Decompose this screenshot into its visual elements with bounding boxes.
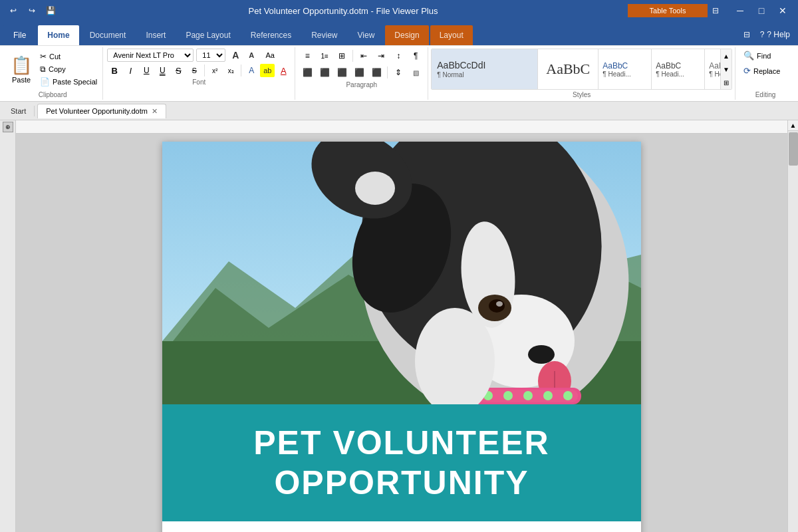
double-strikethrough-button[interactable]: S (187, 64, 201, 77)
help-button[interactable]: ? ? Help (755, 29, 795, 41)
align-left-button[interactable]: ⬛ (299, 65, 315, 80)
line-spacing-button[interactable]: ⇕ (390, 65, 406, 80)
increase-indent-button[interactable]: ⇥ (373, 49, 389, 63)
minimize-button[interactable]: ─ (730, 1, 750, 20)
copy-button[interactable]: ⧉ Copy (37, 63, 100, 75)
font-color-button[interactable]: A (276, 64, 291, 77)
document-tab[interactable]: Pet Volunteer Opportunity.dotm ✕ (37, 104, 166, 118)
find-button[interactable]: 🔍 Find (739, 49, 791, 63)
font-grow-button[interactable]: A (228, 49, 243, 62)
find-group-label: Editing (739, 91, 791, 98)
redo-button[interactable]: ↪ (24, 3, 40, 19)
style-normal-item[interactable]: AaBbCcDdI ¶ Normal (432, 49, 538, 89)
svg-point-20 (523, 391, 533, 400)
aa-button-area: Aa (263, 49, 277, 62)
cut-button[interactable]: ✂ Cut (37, 51, 100, 63)
columns-button[interactable]: ⬛ (368, 65, 384, 80)
subscript-button[interactable]: x₂ (223, 64, 238, 77)
styles-scroll-down[interactable]: ▼ (721, 63, 732, 76)
styles-scroll-up[interactable]: ▲ (721, 49, 732, 63)
scroll-thumb[interactable] (789, 132, 798, 166)
save-button[interactable]: 💾 (43, 3, 59, 19)
align-right-button[interactable]: ⬛ (334, 65, 350, 80)
style-heading3-item[interactable]: AaBbC ¶ Headi... (705, 49, 720, 89)
change-case-button[interactable]: Aa (263, 49, 277, 62)
superscript-button[interactable]: x² (207, 64, 222, 77)
tab-home[interactable]: Home (38, 25, 78, 45)
underline2-button[interactable]: U (155, 64, 170, 77)
shading-button[interactable]: ▧ (408, 65, 424, 80)
styles-expand[interactable]: ⊞ (721, 76, 732, 89)
start-button[interactable]: Start (3, 106, 35, 116)
sort-button[interactable]: ↕ (390, 49, 406, 63)
tab-bar: Start Pet Volunteer Opportunity.dotm ✕ (0, 102, 798, 120)
ribbon-display-button[interactable]: ⊟ (708, 3, 724, 19)
tab-insert[interactable]: Insert (136, 25, 175, 45)
text-effects-button[interactable]: A (244, 64, 259, 77)
paste-special-button[interactable]: 📄 Paste Special (37, 76, 100, 88)
title-bar-left: ↩ ↪ 💾 (5, 3, 59, 19)
font-shrink-button[interactable]: A (244, 49, 259, 62)
quick-access-toolbar: ↩ ↪ 💾 (5, 3, 59, 19)
ribbon-options-button[interactable]: ⊟ (739, 27, 755, 43)
scroll-up-button[interactable]: ▲ (788, 120, 798, 131)
tab-view[interactable]: View (348, 25, 384, 45)
doc-tab-close[interactable]: ✕ (152, 107, 158, 116)
underline-button[interactable]: U (139, 64, 154, 77)
table-tools-tab[interactable]: Table Tools (628, 4, 708, 17)
text-highlight-button[interactable]: ab (260, 64, 275, 77)
font-size-buttons: A A (228, 49, 259, 62)
align-center-button[interactable]: ⬛ (317, 65, 332, 80)
numbering-button[interactable]: 1≡ (317, 49, 332, 63)
page-image-svg (162, 142, 641, 404)
italic-button[interactable]: I (123, 64, 138, 77)
para-sep1 (352, 50, 353, 62)
page-image-section (162, 142, 641, 404)
tab-page-layout[interactable]: Page Layout (176, 25, 239, 45)
ribbon: File Home Document Insert Page Layout Re… (0, 21, 798, 102)
tab-review[interactable]: Review (302, 25, 346, 45)
bold-button[interactable]: B (107, 64, 122, 77)
style-h1-label: ¶ Headi... (602, 70, 631, 78)
justify-button[interactable]: ⬛ (351, 65, 367, 80)
ruler-corner-button[interactable]: ⊕ (3, 122, 13, 132)
clipboard-label: Clipboard (5, 91, 100, 98)
tab-layout[interactable]: Layout (430, 25, 473, 45)
page-title-line2: OPPORTUNITY (173, 463, 630, 503)
font-family-select[interactable]: Avenir Next LT Pro (107, 49, 194, 62)
window-controls: ⊟ ─ □ ✕ (708, 1, 793, 20)
paste-button[interactable]: 📋 Paste (5, 49, 37, 90)
close-button[interactable]: ✕ (773, 1, 793, 20)
multilevel-button[interactable]: ⊞ (334, 49, 350, 63)
font-separator1 (204, 65, 205, 76)
show-marks-button[interactable]: ¶ (408, 49, 424, 63)
style-h2-label: ¶ Headi... (656, 70, 684, 78)
tab-design[interactable]: Design (385, 25, 428, 45)
tab-references[interactable]: References (241, 25, 301, 45)
paragraph-row2: ⬛ ⬛ ⬛ ⬛ ⬛ ⇕ ▧ (299, 65, 424, 80)
decrease-indent-button[interactable]: ⇤ (356, 49, 372, 63)
clipboard-small-buttons: ✂ Cut ⧉ Copy 📄 Paste Special (37, 49, 100, 90)
ribbon-content: 📋 Paste ✂ Cut ⧉ Copy 📄 Paste Special (0, 45, 798, 101)
styles-scroll-buttons: ▲ ▼ ⊞ (720, 49, 732, 89)
maximize-button[interactable]: □ (751, 1, 771, 20)
style-heading2-item[interactable]: AaBbC ¶ Headi... (652, 49, 705, 89)
vertical-scrollbar: ▲ ▼ (787, 120, 798, 532)
font-size-select[interactable]: 11 (196, 49, 225, 62)
style-normal-label: ¶ Normal (437, 71, 464, 78)
tab-document[interactable]: Document (80, 25, 136, 45)
main-content: PET VOLUNTEER OPPORTUNITY (16, 120, 787, 532)
find-icon: 🔍 (743, 51, 754, 61)
clipboard-group: 📋 Paste ✂ Cut ⧉ Copy 📄 Paste Special (3, 47, 103, 100)
undo-button[interactable]: ↩ (5, 3, 21, 19)
find-buttons: 🔍 Find ⟳ Replace (739, 49, 791, 90)
ribbon-right-controls: ⊟ ? ? Help (739, 27, 795, 45)
strikethrough-button[interactable]: S (171, 64, 186, 77)
style-heading1-item[interactable]: AaBbC ¶ Headi... (598, 49, 652, 89)
font-row1: Avenir Next LT Pro 11 A A Aa (107, 49, 291, 62)
style-h1-preview: AaBbC (602, 61, 631, 70)
page-area: PET VOLUNTEER OPPORTUNITY (16, 134, 787, 532)
bullets-button[interactable]: ≡ (299, 49, 315, 63)
tab-file[interactable]: File (3, 25, 37, 45)
replace-button[interactable]: ⟳ Replace (739, 64, 791, 78)
